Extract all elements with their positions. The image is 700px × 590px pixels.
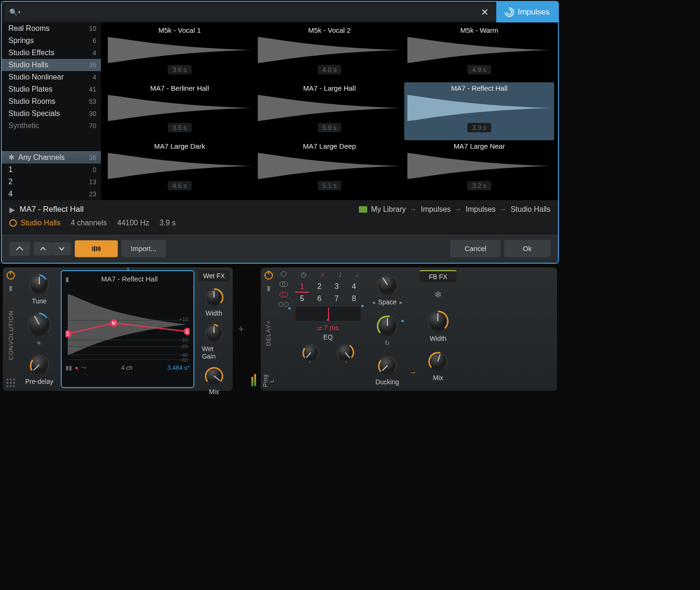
impulse-item[interactable]: MA7 Large Deep5.1 s [255,140,405,198]
brightness-knob[interactable] [26,311,52,338]
impulse-item[interactable]: MA7 - Berliner Hall3.5 s [105,82,255,140]
delay-preset-icon[interactable]: ▮ [267,284,271,292]
impulse-waveform-panel[interactable]: ▮ MA7 - Reflect Hall S M E +10 [61,270,194,388]
category-name: Springs [8,36,34,45]
impulses-tab[interactable]: Impulses [496,2,558,22]
impulse-grid: M5k - Vocal 13.6 sM5k - Vocal 24.0 sM5k … [101,22,558,200]
category-row[interactable]: Studio Nonlinear4 [2,71,101,83]
channel-count: 0 [93,166,96,173]
impulse-duration: 4.6 s [168,181,191,190]
predelay-knob[interactable] [28,353,50,376]
breadcrumb-item[interactable]: Studio Halls [511,205,550,214]
category-row[interactable]: Synthetic70 [2,120,101,132]
channel-row[interactable]: 423 [2,188,101,200]
drag-handle[interactable] [7,379,15,387]
wave-folder-icon[interactable]: ▮ [65,275,69,283]
delay-division[interactable]: 1 [295,281,309,293]
fb-width-knob[interactable] [426,309,450,333]
breadcrumb-item[interactable]: Impulses [421,205,451,214]
pingpong-icon[interactable] [279,292,288,297]
impulse-item[interactable]: M5k - Warm4.9 s [404,24,554,82]
delay-division[interactable]: 3 [330,281,343,293]
import-button[interactable]: Import... [121,240,166,257]
eq-high-knob[interactable] [336,343,355,362]
category-row[interactable]: Studio Specials30 [2,108,101,120]
category-name: Real Rooms [8,24,50,33]
channel-row[interactable]: 213 [2,176,101,188]
tune-knob[interactable] [28,273,50,295]
impulse-item[interactable]: M5k - Vocal 13.6 s [105,24,255,82]
collapse-button[interactable] [9,242,30,256]
impulse-waveform [107,94,253,122]
cancel-button[interactable]: Cancel [450,240,500,257]
prev-button[interactable] [34,242,52,255]
folder-badge[interactable]: Studio Halls [9,219,60,227]
freeze-icon[interactable]: ❄ [434,289,442,300]
category-name: Studio Specials [8,109,60,118]
delay-division[interactable]: 5 [295,294,309,304]
clear-search-button[interactable]: ✕ [478,7,492,18]
space-prev-icon[interactable]: ◂ [372,299,375,306]
circle-icon[interactable] [281,271,286,277]
category-row[interactable]: Springs6 [2,35,101,47]
next-button[interactable] [52,242,71,255]
width-knob[interactable] [204,287,224,308]
delay-mix-knob[interactable] [427,351,449,372]
space-next-icon[interactable]: ▸ [400,299,403,306]
ok-button[interactable]: Ok [504,240,550,257]
impulse-waveform [107,152,253,180]
breadcrumb-item[interactable]: My Library [371,205,406,214]
circles-icon[interactable] [279,281,288,287]
search-bar[interactable]: 🔍 ▾ ✕ [5,4,496,21]
preview-button[interactable] [75,240,118,257]
delay-offset-slider[interactable]: ▲ [295,307,361,321]
ducking-knob[interactable] [377,355,398,376]
category-list: Real Rooms10Springs6Studio Effects4Studi… [2,22,101,151]
level-meter [250,267,258,391]
channel-row[interactable]: 10 [2,164,101,176]
ping-label: Ping L [262,374,275,387]
wet-gain-knob[interactable] [204,323,224,343]
free-mode-icon[interactable]: ◷ [300,270,307,279]
category-row[interactable]: Real Rooms10 [2,22,101,35]
category-row[interactable]: Studio Halls36 [2,59,101,71]
category-row[interactable]: Studio Plates41 [2,83,101,95]
play-icon[interactable]: ▶ [9,205,15,214]
search-input[interactable] [24,8,478,16]
feedback-knob[interactable] [376,314,399,338]
note-eighth-icon[interactable]: ♪ [321,270,324,279]
delay-division[interactable]: 4 [347,281,361,293]
category-row[interactable]: Studio Rooms53 [2,95,101,108]
any-icon: ✱ [8,153,14,162]
channel-name: 2 [8,178,13,186]
convolution-preset-icon[interactable]: ▮ [9,284,13,292]
convolution-power-button[interactable] [7,271,15,280]
delay-division[interactable]: 2 [313,281,326,293]
breadcrumb-item[interactable]: Impulses [466,205,496,214]
add-fx-button[interactable]: + [236,267,247,391]
impulse-item[interactable]: M5k - Vocal 24.0 s [255,24,405,82]
breadcrumb-sep: → [455,205,462,214]
impulse-item[interactable]: MA7 - Reflect Hall3.9 s [404,82,554,140]
delay-division[interactable]: 8 [347,294,361,304]
impulse-item[interactable]: MA7 - Large Hall5.9 s [255,82,405,140]
spiral-icon [503,6,516,19]
eq-low-knob[interactable] [301,343,321,362]
delay-division[interactable]: 7 [330,294,343,304]
conv-mix-knob[interactable] [204,366,224,386]
wave-flags[interactable]: ▮▮ ● ⤳ [65,364,86,371]
delay-power-button[interactable] [264,271,273,280]
delay-division[interactable]: 6 [313,294,326,304]
wet-fx-header[interactable]: Wet FX [198,270,230,281]
note-quarter-icon[interactable]: ♩ [338,270,342,279]
search-drop-icon[interactable]: ▾ [18,10,21,14]
space-knob[interactable] [376,273,399,296]
impulse-item[interactable]: MA7 Large Near3.2 s [404,140,554,198]
breadcrumb: My Library→Impulses→Impulses→Studio Hall… [359,205,550,214]
category-row[interactable]: Studio Effects4 [2,47,101,59]
channel-row[interactable]: ✱Any Channels36 [2,151,101,164]
impulse-item[interactable]: MA7 Large Dark4.6 s [105,140,255,198]
dual-icon[interactable] [279,302,289,307]
impulse-duration: 4.9 s [467,65,491,74]
fb-fx-header[interactable]: FB FX [420,270,457,282]
